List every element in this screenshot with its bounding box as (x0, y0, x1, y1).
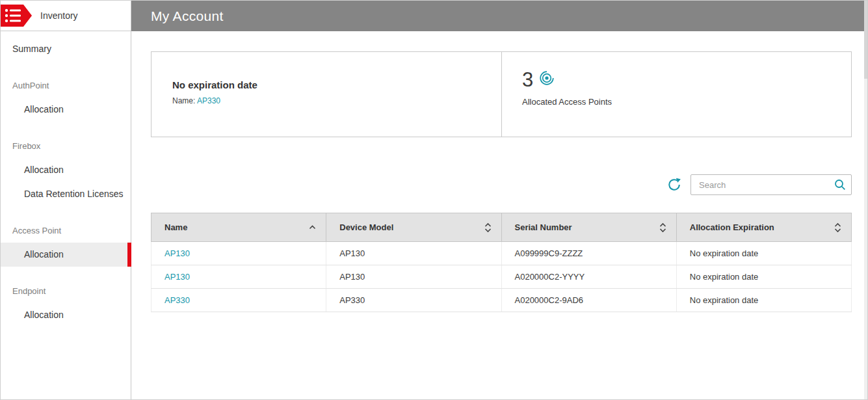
sidebar-item-endpoint-allocation[interactable]: Allocation (1, 303, 131, 327)
cell-serial-number: A020000C2-9AD6 (501, 289, 676, 312)
device-name-link[interactable]: AP330 (164, 295, 190, 305)
cell-device-model: AP330 (326, 289, 501, 312)
content-area: No expiration date Name: AP330 3 (131, 31, 867, 399)
search-input[interactable] (690, 174, 852, 195)
cell-device-model: AP130 (326, 242, 501, 265)
cell-name: AP130 (151, 265, 326, 289)
cell-device-model: AP130 (326, 265, 501, 289)
sidebar-item-data-retention-licenses[interactable]: Data Retention Licenses (1, 182, 131, 206)
cell-serial-number: A020000C2-YYYY (501, 265, 676, 289)
summary-cards: No expiration date Name: AP330 3 (151, 51, 852, 137)
inventory-list-logo-icon (1, 5, 32, 27)
page-title: My Account (151, 8, 224, 24)
cell-serial-number: A099999C9-ZZZZ (501, 242, 676, 265)
column-label: Name (164, 222, 187, 232)
table-row: AP130 AP130 A020000C2-YYYY No expiration… (151, 265, 852, 289)
page-header: My Account (131, 1, 867, 31)
column-label: Device Model (339, 222, 393, 232)
expiration-card-name-row: Name: AP330 (172, 96, 501, 105)
sidebar-section-endpoint: Endpoint (1, 280, 131, 303)
column-header-serial-number[interactable]: Serial Number (501, 213, 676, 242)
main-area: My Account No expiration date Name: AP33… (131, 1, 867, 399)
sidebar-item-authpoint-allocation[interactable]: Allocation (1, 98, 131, 122)
search-box (690, 174, 852, 195)
app-window: Inventory Summary AuthPoint Allocation F… (0, 0, 868, 400)
cell-allocation-expiration: No expiration date (676, 289, 851, 312)
expiration-name-label: Name: (172, 96, 195, 105)
sidebar-section-access-point: Access Point (1, 219, 131, 243)
column-header-allocation-expiration[interactable]: Allocation Expiration (676, 213, 851, 242)
cell-allocation-expiration: No expiration date (676, 242, 851, 265)
sidebar-item-summary[interactable]: Summary (1, 37, 131, 61)
sidebar: Inventory Summary AuthPoint Allocation F… (1, 1, 131, 399)
table-header-row: Name Device Model (151, 213, 852, 242)
expiration-card: No expiration date Name: AP330 (151, 52, 501, 137)
sidebar-section-firebox: Firebox (1, 135, 131, 158)
allocated-count: 3 (522, 69, 533, 91)
allocated-card: 3 Allocated Access Points (501, 52, 851, 137)
sidebar-item-access-point-allocation[interactable]: Allocation (1, 243, 131, 267)
expiration-card-title: No expiration date (172, 79, 501, 90)
cell-allocation-expiration: No expiration date (676, 265, 851, 289)
sort-both-icon (834, 222, 841, 233)
sort-both-icon (484, 222, 492, 233)
scrollbar-thumb[interactable] (864, 1, 867, 79)
table-row: AP130 AP130 A099999C9-ZZZZ No expiration… (151, 242, 852, 265)
expiration-name-link[interactable]: AP330 (197, 96, 220, 105)
device-name-link[interactable]: AP130 (164, 248, 190, 258)
access-point-icon (539, 70, 555, 86)
sidebar-nav: Summary AuthPoint Allocation Firebox All… (1, 31, 131, 327)
table-row: AP330 AP330 A020000C2-9AD6 No expiration… (151, 289, 852, 312)
sidebar-section-authpoint: AuthPoint (1, 74, 131, 98)
logo-row: Inventory (1, 1, 131, 31)
cell-name: AP330 (151, 289, 326, 312)
cell-name: AP130 (151, 242, 326, 265)
column-label: Serial Number (515, 222, 572, 232)
table-toolbar (151, 174, 852, 195)
refresh-button[interactable] (666, 177, 682, 193)
sort-both-icon (659, 222, 666, 233)
column-label: Allocation Expiration (690, 222, 774, 232)
device-name-link[interactable]: AP130 (164, 272, 190, 282)
column-header-device-model[interactable]: Device Model (326, 213, 501, 242)
sort-ascending-icon (309, 225, 316, 230)
scrollbar[interactable] (864, 1, 867, 399)
allocated-count-row: 3 (522, 69, 851, 91)
sidebar-title: Inventory (40, 10, 78, 21)
devices-table: Name Device Model (151, 213, 852, 312)
sidebar-item-firebox-allocation[interactable]: Allocation (1, 158, 131, 182)
column-header-name[interactable]: Name (151, 213, 326, 242)
refresh-icon (667, 178, 681, 192)
allocated-count-label: Allocated Access Points (522, 97, 851, 107)
